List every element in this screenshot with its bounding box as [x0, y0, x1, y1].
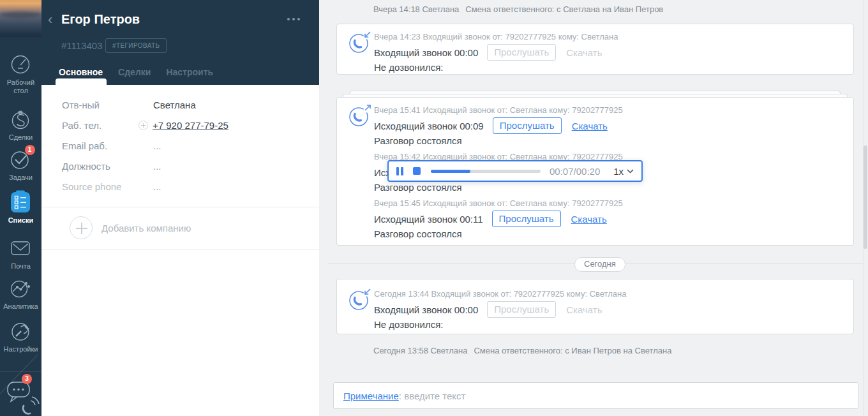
active-tab-indicator	[56, 78, 107, 85]
audio-player: 00:07/00:20 1x	[387, 160, 643, 182]
contact-name: Егор Петров	[61, 12, 140, 27]
add-company-button[interactable]: Добавить компанию	[61, 216, 191, 239]
sidebar-item-label: Задачи	[0, 174, 41, 182]
call-status: Разговор состоялся	[374, 135, 844, 146]
sidebar-item-label: Списки	[0, 216, 41, 225]
listen-button[interactable]: Прослушать	[493, 117, 562, 134]
listen-button[interactable]: Прослушать	[487, 44, 556, 61]
phone-icon	[20, 394, 41, 416]
call-card: Вчера 14:23 Входящий звонок от: 79202777…	[336, 24, 854, 75]
incoming-call-icon	[347, 29, 373, 55]
call-entry: Сегодня 13:44 Входящий звонок от: 792027…	[374, 289, 844, 330]
system-message: Вчера 14:18 СветланаСмена ответственного…	[373, 4, 663, 14]
progress-bar[interactable]	[431, 170, 541, 173]
call-entry: Вчера 15:45 Исходящий звонок от: Светлан…	[374, 198, 844, 239]
stop-button[interactable]	[413, 167, 421, 175]
app: Рабочий стол Сделки 1 Задачи	[0, 0, 868, 416]
field-row-email: Email раб. ...	[41, 140, 319, 153]
scrollbar-track	[863, 0, 868, 416]
lists-icon	[8, 190, 34, 214]
contact-id: #1113403	[61, 40, 103, 51]
today-divider: Сегодня	[574, 257, 625, 272]
sidebar: Рабочий стол Сделки 1 Задачи	[0, 0, 41, 416]
tag-button[interactable]: #ТЕГИРОВАТЬ	[105, 38, 167, 53]
tab-deals[interactable]: Сделки	[118, 67, 151, 77]
contact-tabs: Основное Сделки Настроить	[59, 67, 213, 77]
field-value[interactable]: Светлана	[153, 100, 196, 110]
activity-feed: Вчера 14:18 СветланаСмена ответственного…	[319, 0, 868, 416]
sidebar-item-tasks[interactable]: 1 Задачи	[0, 147, 41, 182]
field-label: Должность	[62, 161, 110, 172]
sidebar-item-label: Рабочий стол	[0, 78, 41, 95]
call-status: Разговор состоялся	[374, 182, 844, 193]
back-button[interactable]: ‹	[48, 13, 52, 27]
outgoing-call-icon	[347, 103, 373, 128]
sidebar-item-deals[interactable]: Сделки	[0, 107, 41, 142]
field-value[interactable]: ...	[153, 161, 161, 172]
tasks-badge: 1	[25, 145, 35, 155]
phone-link[interactable]: +7 920 277-79-25	[153, 120, 228, 131]
note-type-link[interactable]: Примечание	[343, 390, 399, 401]
call-title: Входящий звонок 00:00	[374, 47, 478, 58]
divider	[41, 207, 319, 207]
listen-button[interactable]: Прослушать	[487, 301, 556, 318]
pause-button[interactable]	[396, 167, 403, 175]
tab-main[interactable]: Основное	[59, 67, 103, 77]
call-card: Сегодня 13:44 Входящий звонок от: 792027…	[336, 279, 854, 334]
add-phone-icon[interactable]	[138, 121, 148, 130]
scrollbar-thumb[interactable]	[864, 145, 867, 249]
field-label: Отв-ный	[62, 100, 100, 110]
playback-speed-button[interactable]: 1x	[613, 166, 634, 177]
call-title: Исходящий звонок 00:11	[374, 214, 483, 225]
call-meta: Сегодня 13:44 Входящий звонок от: 792027…	[374, 289, 844, 299]
call-meta: Вчера 14:23 Входящий звонок от: 79202777…	[374, 32, 844, 42]
chevron-down-icon	[627, 169, 634, 174]
field-label: Source phone	[62, 181, 121, 192]
download-link[interactable]: Скачать	[566, 304, 602, 315]
more-menu-icon[interactable]	[287, 18, 300, 20]
account-photo[interactable]	[0, 0, 41, 37]
sidebar-item-dashboard[interactable]: Рабочий стол	[0, 52, 41, 95]
sidebar-item-label: Аналитика	[0, 302, 41, 311]
player-progress-fill	[431, 170, 470, 173]
sidebar-item-mail[interactable]: Почта	[0, 236, 41, 271]
sidebar-item-analytics[interactable]: Аналитика	[0, 276, 41, 311]
contact-panel: ‹ Егор Петров #1113403 #ТЕГИРОВАТЬ Основ…	[41, 0, 319, 416]
system-message: Сегодня 13:58 СветланаСмена ответственно…	[373, 346, 671, 355]
download-link[interactable]: Скачать	[566, 47, 602, 58]
field-row-work-phone: Раб. тел. +7 920 277-79-25	[41, 120, 319, 133]
sidebar-item-settings[interactable]: Настройки	[0, 319, 41, 353]
phone-button[interactable]	[20, 394, 41, 416]
add-company-label: Добавить компанию	[101, 223, 191, 234]
sidebar-item-label: Сделки	[0, 133, 41, 142]
field-value[interactable]: ...	[153, 140, 161, 151]
dashboard-icon	[8, 52, 34, 77]
tasks-icon: 1	[8, 147, 34, 172]
field-row-position: Должность ...	[41, 161, 319, 174]
chat-badge: 3	[22, 374, 32, 384]
sidebar-item-label: Почта	[0, 262, 41, 271]
player-time: 00:07/00:20	[550, 166, 600, 177]
mail-icon	[8, 236, 34, 260]
divider	[41, 249, 319, 249]
field-label: Раб. тел.	[62, 120, 101, 131]
listen-button[interactable]: Прослушать	[492, 211, 561, 227]
call-title: Исходящий звонок 00:09	[374, 121, 484, 131]
tab-setup[interactable]: Настроить	[166, 67, 213, 77]
download-link[interactable]: Скачать	[572, 121, 608, 131]
sidebar-bottom: 3	[0, 371, 41, 416]
call-status: Разговор состоялся	[374, 228, 844, 239]
note-composer[interactable]: Примечание : введите текст	[333, 382, 858, 409]
sidebar-item-lists[interactable]: Списки	[0, 190, 41, 225]
call-entry: Вчера 14:23 Входящий звонок от: 79202777…	[374, 32, 844, 73]
analytics-icon	[8, 276, 34, 301]
call-entry: Вчера 15:41 Исходящий звонок от: Светлан…	[374, 105, 844, 146]
plus-icon	[70, 216, 93, 239]
call-title: Входящий звонок 00:00	[374, 304, 478, 315]
download-link[interactable]: Скачать	[571, 214, 607, 225]
settings-icon	[8, 319, 34, 343]
contact-header: ‹ Егор Петров #1113403 #ТЕГИРОВАТЬ Основ…	[41, 0, 319, 85]
field-label: Email раб.	[62, 140, 107, 151]
field-value[interactable]: ...	[153, 181, 161, 192]
incoming-call-icon	[347, 286, 373, 312]
